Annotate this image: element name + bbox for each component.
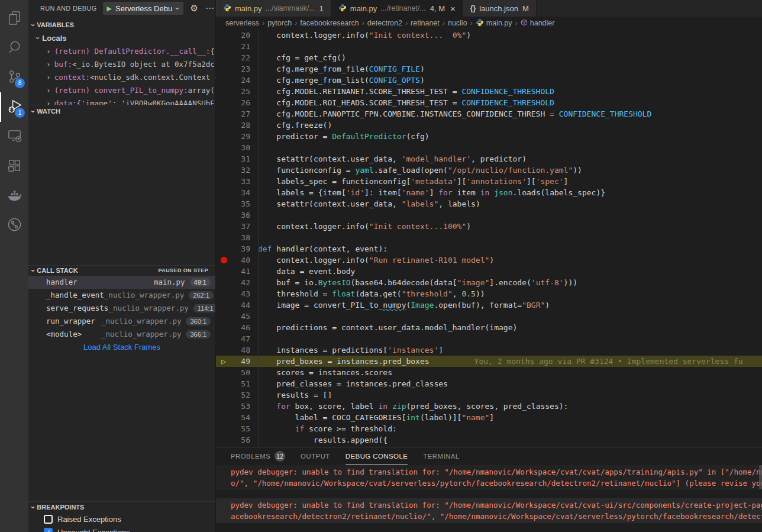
code-text: predictions = context.user_data.model_ha… xyxy=(250,323,517,332)
gutter-glyph-margin[interactable] xyxy=(216,75,231,86)
activity-bar-item-source-control[interactable]: 8 xyxy=(0,63,28,92)
gutter-glyph-margin[interactable] xyxy=(216,86,231,97)
gutter-glyph-margin[interactable] xyxy=(216,423,231,434)
gutter-glyph-margin[interactable] xyxy=(216,378,231,389)
gutter-glyph-margin[interactable] xyxy=(216,176,231,187)
breadcrumb-item-detectron2[interactable]: detectron2 xyxy=(367,19,402,27)
breakpoint-row[interactable]: Raised Exceptions xyxy=(28,512,215,525)
gear-icon[interactable]: ⚙ xyxy=(190,3,198,14)
breakpoint-indicator[interactable] xyxy=(216,254,231,266)
symbol-handler-icon xyxy=(521,19,528,28)
activity-bar-item-remote-explorer[interactable] xyxy=(0,122,28,151)
breadcrumb-item-handler[interactable]: handler xyxy=(521,19,555,28)
locals-scope-row[interactable]: › Locals xyxy=(28,31,215,44)
stack-frame-row[interactable]: serve_requests_nuclio_wrapper.py114:1 xyxy=(28,302,215,315)
variable-row[interactable]: ›(return) convert_PIL_to_numpy: array([[… xyxy=(28,83,215,96)
gutter-glyph-margin[interactable] xyxy=(216,198,231,209)
gutter-glyph-margin[interactable] xyxy=(216,243,231,254)
line-number: 47 xyxy=(231,334,250,343)
gutter-glyph-margin[interactable] xyxy=(216,209,231,221)
panel-tab-output[interactable]: OUTPUT xyxy=(301,447,330,465)
call-stack-section-header[interactable]: › CALL STACK PAUSED ON STEP xyxy=(28,265,215,276)
variable-row[interactable]: ›context: <nuclio_sdk.context.Context ob… xyxy=(28,70,215,83)
line-number: 45 xyxy=(231,312,250,321)
breadcrumb-item-main.py[interactable]: main.py xyxy=(476,18,512,28)
more-actions-icon[interactable]: ⋯ xyxy=(205,3,214,14)
stack-frame-row[interactable]: <module>_nuclio_wrapper.py366:1 xyxy=(28,328,215,341)
stack-frame-row[interactable]: _handle_event_nuclio_wrapper.py262:1 xyxy=(28,289,215,302)
checkbox-unchecked-icon[interactable] xyxy=(44,515,53,524)
gutter-glyph-margin[interactable] xyxy=(216,108,231,120)
code-text: cfg.MODEL.PANOPTIC_FPN.COMBINE.INSTANCES… xyxy=(250,109,651,118)
close-icon[interactable]: × xyxy=(450,4,456,13)
breadcrumb-item-retinanet[interactable]: retinanet xyxy=(411,19,440,27)
variables-section-header[interactable]: › VARIABLES xyxy=(28,17,215,31)
gutter-glyph-margin[interactable] xyxy=(216,367,231,378)
gutter-glyph-margin[interactable] xyxy=(216,434,231,446)
breadcrumb-item-facebookresearch[interactable]: facebookresearch xyxy=(300,19,359,27)
gutter-glyph-margin[interactable] xyxy=(216,142,231,153)
execution-pointer-icon[interactable]: ▷ xyxy=(216,356,231,367)
stack-frame-row[interactable]: handlermain.py49:1 xyxy=(28,276,215,289)
panel-tab-problems[interactable]: PROBLEMS12 xyxy=(231,447,285,465)
activity-bar-item-git-graph[interactable] xyxy=(0,211,28,240)
extensions-icon xyxy=(7,157,22,176)
breadcrumb-item-nuclio[interactable]: nuclio xyxy=(448,19,467,27)
breakpoint-row[interactable]: ✓Uncaught Exceptions xyxy=(28,525,215,532)
docker-icon xyxy=(7,187,22,205)
gutter-glyph-margin[interactable] xyxy=(216,63,231,75)
gutter-glyph-margin[interactable] xyxy=(216,120,231,131)
gutter-glyph-margin[interactable] xyxy=(216,41,231,52)
gutter-glyph-margin[interactable] xyxy=(216,288,231,299)
panel-tab-terminal[interactable]: TERMINAL xyxy=(423,447,459,465)
variable-row[interactable]: ›buf: <_io.BytesIO object at 0x7f5a2dc1e… xyxy=(28,57,215,70)
variable-row[interactable]: ›(return) DefaultPredictor.__call__: {'i… xyxy=(28,44,215,57)
gutter-glyph-margin[interactable] xyxy=(216,187,231,198)
editor-tab-main.py[interactable]: main.py.../retinanet/...4, M× xyxy=(331,0,463,17)
panel-scrollbar[interactable] xyxy=(759,465,762,489)
panel-tab-debug-console[interactable]: DEBUG CONSOLE xyxy=(346,447,408,465)
code-line-27: 27 cfg.MODEL.PANOPTIC_FPN.COMBINE.INSTAN… xyxy=(216,108,762,120)
gutter-glyph-margin[interactable] xyxy=(216,232,231,243)
gutter-glyph-margin[interactable] xyxy=(216,401,231,412)
gutter-glyph-margin[interactable] xyxy=(216,322,231,333)
launch-config-dropdown[interactable]: ▶ Serverless Debu › xyxy=(103,2,183,15)
gutter-glyph-margin[interactable] xyxy=(216,153,231,165)
editor-tab-main.py[interactable]: main.py.../siammask/...1 xyxy=(216,0,331,17)
load-all-stack-frames-link[interactable]: Load All Stack Frames xyxy=(28,341,215,354)
activity-bar-item-search[interactable] xyxy=(0,33,28,63)
gutter-glyph-margin[interactable] xyxy=(216,221,231,232)
gutter-glyph-margin[interactable] xyxy=(216,389,231,401)
gutter-glyph-margin[interactable] xyxy=(216,333,231,344)
code-editor[interactable]: 20 context.logger.info("Init context... … xyxy=(216,30,762,447)
gutter-glyph-margin[interactable] xyxy=(216,299,231,311)
start-debug-icon[interactable]: ▶ xyxy=(107,5,112,12)
breadcrumb-item-serverless[interactable]: serverless xyxy=(225,19,259,27)
line-number: 32 xyxy=(231,166,250,175)
activity-bar-item-docker[interactable] xyxy=(0,181,28,211)
variable-row[interactable]: ›data: {'image': 'iVBORw0KGgoAAAANSUhE… xyxy=(28,96,215,105)
checkbox-checked-icon[interactable]: ✓ xyxy=(44,528,53,532)
activity-bar-item-explorer[interactable] xyxy=(0,4,28,33)
line-number: 38 xyxy=(231,233,250,242)
gutter-glyph-margin[interactable] xyxy=(216,131,231,142)
variable-name: buf: xyxy=(54,60,72,69)
gutter-glyph-margin[interactable] xyxy=(216,412,231,423)
watch-section-header[interactable]: › WATCH xyxy=(28,105,215,117)
gutter-glyph-margin[interactable] xyxy=(216,97,231,108)
frame-position-badge: 366:1 xyxy=(186,330,211,338)
gutter-glyph-margin[interactable] xyxy=(216,165,231,176)
gutter-glyph-margin[interactable] xyxy=(216,266,231,277)
gutter-glyph-margin[interactable] xyxy=(216,52,231,63)
gutter-glyph-margin[interactable] xyxy=(216,344,231,356)
breadcrumb-item-pytorch[interactable]: pytorch xyxy=(267,19,292,27)
breakpoints-section-header[interactable]: › BREAKPOINTS xyxy=(28,501,215,512)
gutter-glyph-margin[interactable] xyxy=(216,30,231,41)
activity-bar-item-run-and-debug[interactable]: 1 xyxy=(0,92,28,122)
gutter-glyph-margin[interactable] xyxy=(216,311,231,322)
editor-tab-launch.json[interactable]: {}launch.jsonM xyxy=(463,0,537,17)
gutter-glyph-margin[interactable] xyxy=(216,277,231,288)
activity-bar-item-extensions[interactable] xyxy=(0,151,28,181)
frame-position-badge: 114:1 xyxy=(193,304,216,312)
stack-frame-row[interactable]: run_wrapper_nuclio_wrapper.py360:1 xyxy=(28,315,215,328)
